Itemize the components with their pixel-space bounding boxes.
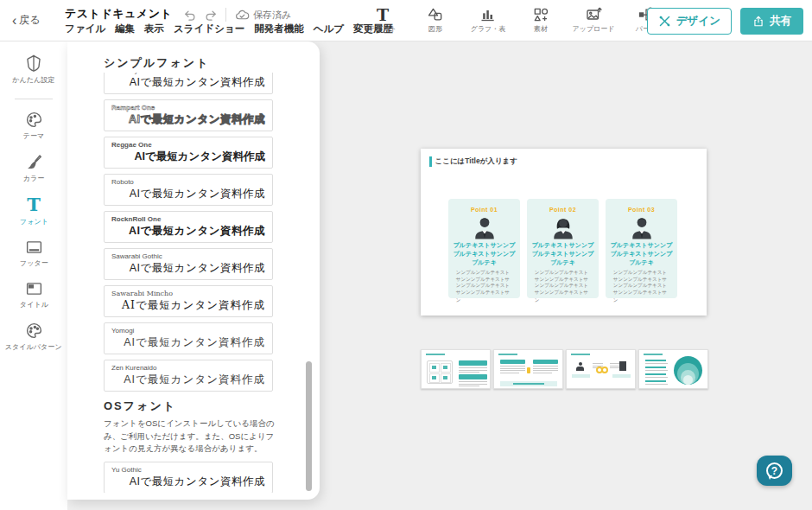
menu-file[interactable]: ファイル xyxy=(65,22,105,35)
shapes-icon xyxy=(427,4,444,23)
cloud-check-icon xyxy=(235,9,250,22)
card-heading: プルテキストサンンプブルテキストサンンプブルテキ xyxy=(606,241,677,266)
chevron-left-icon: ‹ xyxy=(12,14,16,28)
slide-thumbnail-2[interactable] xyxy=(493,349,563,389)
businessman-icon xyxy=(629,215,655,239)
card-body: ンンプルンプルテキストサンンンプルテキストサンンプルンプルテキストサンンンプルテ… xyxy=(608,269,674,303)
font-option-sawarabi-mincho[interactable]: Sawarabi Mincho AIで最短カンタン資料作成 xyxy=(104,285,273,317)
design-label: デザイン xyxy=(676,14,720,29)
sidebar-item-title[interactable]: タイトル xyxy=(0,280,67,310)
shapes-tool-button[interactable]: 図形 xyxy=(416,4,455,34)
upload-tool-button[interactable]: アップロード xyxy=(574,4,613,34)
simple-fonts-section-title: シンプルフォント xyxy=(104,55,209,71)
slide-thumbnail-4[interactable] xyxy=(638,349,708,389)
redo-icon[interactable] xyxy=(204,9,217,22)
save-status-label: 保存済み xyxy=(253,9,291,22)
sidebar-item-footer[interactable]: フッター xyxy=(0,239,67,269)
beginner-mark-icon xyxy=(25,54,42,73)
sidebar-item-style-pattern[interactable]: スタイルパターン xyxy=(0,322,67,353)
divider xyxy=(225,8,226,22)
back-label: 戻る xyxy=(19,13,40,28)
menu-edit[interactable]: 編集 xyxy=(115,22,135,35)
text-icon: T xyxy=(377,7,389,23)
sidebar-item-easy-settings[interactable]: かんたん設定 xyxy=(0,54,67,86)
font-option-zen-kurenaido[interactable]: Zen Kurenaido AIで最短カンタン資料作成 xyxy=(104,360,273,392)
sidebar-item-color[interactable]: カラー xyxy=(0,153,67,184)
font-settings-panel: シンプルフォント Raleway AIで最短カンタン資料作成 Rampart O… xyxy=(67,41,320,500)
point-card-3[interactable]: Point 03 プルテキストサンンプブルテキストサンンプブルテキ ンンプルンプ… xyxy=(606,199,677,298)
brush-icon xyxy=(25,153,43,171)
point-cards-row: Point 01 プルテキストサンンプブルテキストサンンプブルテキ ンンプルンプ… xyxy=(448,199,679,298)
menu-developer[interactable]: 開発者機能 xyxy=(254,22,304,35)
bar-chart-icon xyxy=(479,4,497,23)
point-card-1[interactable]: Point 01 プルテキストサンンプブルテキストサンンプブルテキ ンンプルンプ… xyxy=(448,199,520,298)
assets-icon xyxy=(532,4,549,23)
menu-view[interactable]: 表示 xyxy=(144,22,164,35)
document-title[interactable]: テストドキュメント xyxy=(65,6,172,22)
serif-t-icon: T xyxy=(27,195,41,214)
undo-icon[interactable] xyxy=(184,9,197,22)
font-option-rocknroll-one[interactable]: RocknRoll One AIで最短カンタン資料作成 xyxy=(104,211,273,243)
font-option-sawarabi-gothic[interactable]: Sawarabi Gothic AIで最短カンタン資料作成 xyxy=(104,248,273,280)
history-controls: 保存済み xyxy=(184,8,291,22)
share-icon xyxy=(752,15,764,28)
font-option-rampart-one[interactable]: Rampart One AIで最短カンタン資料作成 xyxy=(104,99,273,131)
businessman-icon xyxy=(472,215,498,239)
card-body: ンンプルンプルテキストサンンンプルテキストサンンプルンプルテキストサンンンプルテ… xyxy=(451,269,517,303)
font-option-yu-gothic[interactable]: Yu Gothic AIで最短カンタン資料作成 xyxy=(104,462,273,493)
help-bubble-icon: ? xyxy=(766,462,783,479)
font-list-scroll-area[interactable]: Raleway AIで最短カンタン資料作成 Rampart One AIで最短カ… xyxy=(104,73,276,493)
menu-bar: ファイル 編集 表示 スライドショー 開発者機能 ヘルプ 変更履歴 xyxy=(65,22,393,35)
assets-tool-button[interactable]: 素材 xyxy=(521,4,561,34)
menu-slideshow[interactable]: スライドショー xyxy=(174,22,244,35)
font-option-yomogi[interactable]: Yomogi AIで最短カンタン資料作成 xyxy=(104,322,273,354)
point-card-2[interactable]: Point 02 プルテキストサンンプブルテキストサンンプブルテキ ンンプルンプ… xyxy=(527,199,599,298)
slide-thumbnail-3[interactable] xyxy=(566,349,636,389)
slide-title-block[interactable]: ここにはTitleが入ります xyxy=(429,156,517,167)
sidebar-item-font[interactable]: T フォント xyxy=(0,195,67,227)
upload-image-icon xyxy=(585,4,603,23)
divider xyxy=(15,99,53,99)
slide-thumbnail-1[interactable] xyxy=(421,349,491,389)
settings-sidebar: かんたん設定 テーマ カラー T フォント フッター タイトル スタイルパターン xyxy=(0,41,67,510)
chart-table-tool-button[interactable]: グラフ・表 xyxy=(468,4,508,34)
slide-thumbnails xyxy=(421,349,708,389)
back-button[interactable]: ‹ 戻る xyxy=(12,13,41,28)
businesswoman-icon xyxy=(550,215,576,239)
text-tool-button[interactable]: T テキスト xyxy=(363,4,403,34)
title-accent-bar xyxy=(429,156,432,167)
help-button[interactable]: ? xyxy=(757,456,792,486)
font-option-roboto[interactable]: Roboto AIで最短カンタン資料作成 xyxy=(104,174,273,206)
card-heading: プルテキストサンンプブルテキストサンンプブルテキ xyxy=(527,241,599,266)
slide-editor-preview[interactable]: ここにはTitleが入ります Point 01 プルテキストサンンプブルテキスト… xyxy=(421,149,707,316)
point-label: Point 01 xyxy=(448,207,520,213)
os-fonts-note: フォントをOSにインストールしている場合のみ、ご利用いただけます。また、OSによ… xyxy=(104,418,276,456)
panel-scrollbar[interactable] xyxy=(306,361,312,491)
point-label: Point 02 xyxy=(527,207,599,213)
share-button[interactable]: 共有 xyxy=(740,8,803,35)
design-button[interactable]: デザイン xyxy=(647,8,732,35)
menu-help[interactable]: ヘルプ xyxy=(314,22,344,35)
save-status: 保存済み xyxy=(235,9,291,22)
os-fonts-section-title: OSフォント xyxy=(104,398,276,414)
sidebar-item-theme[interactable]: テーマ xyxy=(0,111,67,142)
font-option-raleway[interactable]: Raleway AIで最短カンタン資料作成 xyxy=(104,73,273,94)
card-body: ンンプルンプルテキストサンンンプルテキストサンンプルンプルテキストサンンンプルテ… xyxy=(530,269,595,303)
slide-title-text: ここにはTitleが入ります xyxy=(435,156,517,167)
font-option-reggae-one[interactable]: Reggae One AIで最短カンタン資料作成 xyxy=(104,137,273,169)
style-palette-icon xyxy=(25,322,43,340)
top-bar: ‹ 戻る テストドキュメント ファイル 編集 表示 スライドショー 開発者機能 … xyxy=(0,0,812,41)
title-frame-icon xyxy=(25,280,43,297)
point-label: Point 03 xyxy=(606,207,677,213)
footer-frame-icon xyxy=(25,239,43,256)
share-label: 共有 xyxy=(770,14,791,29)
design-tools-icon xyxy=(658,15,671,28)
card-heading: プルテキストサンンプブルテキストサンンプブルテキ xyxy=(448,241,520,266)
palette-icon xyxy=(25,111,43,129)
